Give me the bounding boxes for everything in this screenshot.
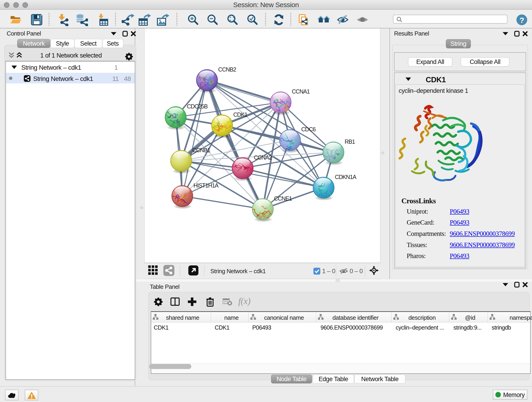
svg-text:CCNB2: CCNB2 bbox=[218, 66, 236, 73]
svg-text:CCNA1: CCNA1 bbox=[292, 88, 310, 95]
svg-text:CCNA2: CCNA2 bbox=[254, 154, 272, 161]
svg-text:CCNE1: CCNE1 bbox=[274, 195, 292, 202]
svg-text:CDKN1A: CDKN1A bbox=[335, 174, 356, 180]
svg-text:HIST1H1A: HIST1H1A bbox=[194, 182, 219, 189]
svg-text:CDK1: CDK1 bbox=[233, 111, 247, 118]
svg-text:RB1: RB1 bbox=[345, 138, 355, 145]
svg-text:CDC25B: CDC25B bbox=[187, 103, 208, 109]
svg-text:CDC6: CDC6 bbox=[301, 126, 316, 133]
svg-text:CCNB1: CCNB1 bbox=[192, 147, 210, 153]
